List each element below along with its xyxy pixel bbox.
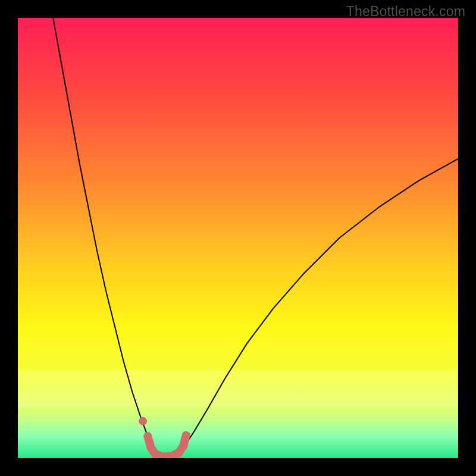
svg-point-2 [139, 417, 147, 425]
chart-plot-area [18, 18, 458, 458]
chart-svg [18, 18, 458, 458]
svg-rect-1 [18, 370, 458, 408]
watermark-text: TheBottleneck.com [346, 4, 465, 20]
chart-frame: TheBottleneck.com [0, 0, 476, 476]
